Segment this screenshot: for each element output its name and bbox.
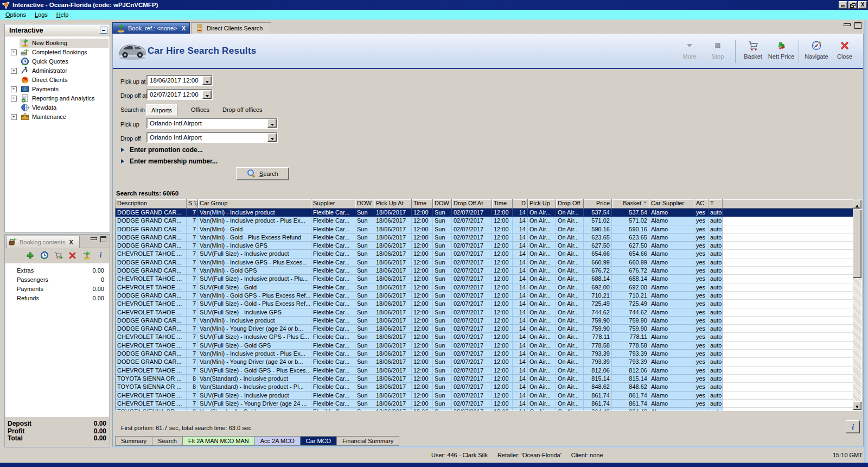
menu-help[interactable]: Help [52, 10, 73, 19]
stop-button[interactable]: Stop [704, 38, 732, 65]
result-row[interactable]: TOYOTA SIENNA OR ...8Van(Standard) - Gol… [116, 408, 853, 411]
column-header-drop-off-at[interactable]: Drop Off At [452, 199, 492, 209]
more-button[interactable]: More [675, 38, 704, 65]
column-header-t[interactable]: T [709, 199, 723, 209]
result-row[interactable]: CHEVROLET TAHOE ...7SUV(Full Size) - Inc… [116, 250, 853, 258]
result-row[interactable]: DODGE GRAND CAR...7Van(Mini) - Inclusive… [116, 209, 853, 217]
nett-price-button[interactable]: Nett Price [767, 38, 795, 65]
result-row[interactable]: TOYOTA SIENNA OR ...8Van(Standard) - Inc… [116, 383, 853, 391]
bottom-tab-search[interactable]: Search [152, 436, 183, 446]
column-header-drop-off[interactable]: Drop Off [556, 199, 584, 209]
tab-close-icon[interactable]: X [182, 25, 186, 31]
dropoff-dropdown-icon[interactable] [267, 133, 277, 142]
membership-number-expander[interactable]: Enter membership number... [121, 157, 218, 165]
scroll-up-icon[interactable] [853, 200, 861, 209]
expand-icon[interactable]: + [11, 86, 17, 92]
menu-options[interactable]: Options [1, 10, 30, 19]
add-icon[interactable] [25, 251, 35, 260]
search-button[interactable]: Search [236, 167, 289, 180]
pickup-at-dropdown-icon[interactable] [202, 76, 212, 85]
column-header-supplier[interactable]: Supplier [311, 199, 355, 209]
sidebar-item-maintenance[interactable]: +Maintenance [5, 112, 110, 122]
tab-book-ref-none-[interactable]: Book. ref.: <none>X [112, 22, 190, 34]
scrollbar-thumb[interactable] [853, 210, 861, 278]
column-header-pick-up-at[interactable]: Pick Up At [374, 199, 412, 209]
menu-logs[interactable]: Logs [30, 10, 52, 19]
result-row[interactable]: DODGE GRAND CAR...7Van(Mini) - Young Dri… [116, 325, 853, 333]
expand-icon[interactable]: + [11, 68, 17, 74]
sidebar-item-new-booking[interactable]: New Booking [5, 39, 110, 48]
quote-icon[interactable] [40, 251, 49, 260]
result-row[interactable]: CHEVROLET TAHOE ...7SUV(Full Size) - Inc… [116, 308, 853, 317]
result-row[interactable]: DODGE GRAND CAR...7Van(Mini) - Young Dri… [116, 358, 853, 366]
sidebar-item-viewdata[interactable]: Viewdata [5, 103, 110, 112]
pickup-at-combo[interactable]: 18/06/2017 12:00 [146, 75, 213, 86]
search-in-tab-drop-off-offices[interactable]: Drop off offices [218, 104, 267, 116]
column-header-car-group[interactable]: Car Group [198, 199, 311, 209]
bottom-tab-acc-a-mco[interactable]: Acc 2A MCO [255, 436, 301, 446]
collapse-panel-button[interactable] [100, 27, 107, 34]
expand-icon[interactable]: + [11, 96, 17, 102]
restore-button[interactable] [848, 1, 857, 9]
column-header-d[interactable]: D [513, 199, 528, 209]
sidebar-item-reporting-and-analytics[interactable]: +Reporting and Analytics [5, 94, 110, 103]
sidebar-item-payments[interactable]: +$Payments [5, 85, 110, 94]
search-in-tab-airports[interactable]: Airports [146, 104, 177, 116]
dropoff-at-dropdown-icon[interactable] [202, 90, 212, 99]
result-row[interactable]: DODGE GRAND CAR...7Van(Mini) - Inclusive… [116, 242, 853, 250]
pickup-dropdown-icon[interactable] [267, 119, 277, 128]
result-row[interactable]: CHEVROLET TAHOE ...7SUV(Full Size) - Gol… [116, 367, 853, 375]
scroll-down-icon[interactable] [853, 401, 861, 410]
close-button[interactable]: X [858, 1, 867, 9]
column-header-car-supplier[interactable]: Car Supplier [649, 199, 694, 209]
result-row[interactable]: DODGE GRAND CAR...7Van(Mini) - Inclusive… [116, 350, 853, 358]
sidebar-item-administrator[interactable]: +Administrator [5, 66, 110, 75]
column-header-pick-up[interactable]: Pick Up [528, 199, 556, 209]
column-header-dow[interactable]: DOW [433, 199, 452, 209]
info-button[interactable]: i [846, 420, 860, 433]
result-row[interactable]: CHEVROLET TAHOE ...7SUV(Full Size) - You… [116, 400, 853, 408]
new-booking-icon[interactable] [82, 251, 91, 260]
close-button[interactable]: Close [831, 38, 859, 65]
add-to-basket-icon[interactable] [54, 251, 63, 260]
dropoff-combo[interactable]: Orlando Intl Airport [146, 132, 278, 143]
basket-button[interactable]: Basket [739, 38, 767, 65]
sidebar-item-direct-clients[interactable]: Direct Clients [5, 75, 110, 85]
result-row[interactable]: DODGE GRAND CAR...7Van(Mini) - Gold GPS … [116, 292, 853, 300]
expand-icon[interactable]: + [11, 49, 17, 55]
bottom-tab-car-mco[interactable]: Car MCO [301, 436, 337, 446]
pickup-combo[interactable]: Orlando Intl Airport [146, 118, 278, 129]
sidebar-item-quick-quotes[interactable]: Quick Quotes [5, 57, 110, 66]
tab-direct-clients-search[interactable]: Direct Clients Search [191, 22, 271, 34]
minimize-button[interactable] [839, 1, 847, 9]
result-row[interactable]: DODGE GRAND CAR...7Van(Mini) - Gold GPSF… [116, 267, 853, 275]
info-icon[interactable]: i [96, 251, 105, 260]
booking-contents-close-icon[interactable]: X [69, 239, 73, 245]
booking-maximize-icon[interactable] [100, 236, 106, 242]
result-row[interactable]: CHEVROLET TAHOE ...7SUV(Full Size) - Gol… [116, 300, 853, 308]
expand-icon[interactable]: + [11, 114, 17, 120]
result-row[interactable]: CHEVROLET TAHOE ...7SUV(Full Size) - Gol… [116, 342, 853, 350]
result-row[interactable]: TOYOTA SIENNA OR ...8Van(Standard) - Inc… [116, 375, 853, 383]
panel-minimize-icon[interactable] [844, 23, 851, 26]
search-in-tab-offices[interactable]: Offices [186, 104, 214, 116]
result-row[interactable]: CHEVROLET TAHOE ...7SUV(Full Size) - Inc… [116, 333, 853, 341]
column-header-time[interactable]: Time [412, 199, 433, 209]
bottom-tab-financial-summary[interactable]: Financial Summary [337, 436, 399, 446]
column-header-price[interactable]: Price [584, 199, 612, 209]
bottom-tab-flt-a-man-mco-man[interactable]: Flt 2A MAN MCO MAN [183, 436, 255, 446]
bottom-tab-summary[interactable]: Summary [115, 436, 152, 446]
column-header-basket[interactable]: Basket [612, 199, 649, 209]
column-header-dow[interactable]: DOW [355, 199, 374, 209]
navigate-button[interactable]: Navigate [802, 38, 831, 65]
column-header-s[interactable]: S [187, 199, 198, 209]
result-row[interactable]: DODGE GRAND CAR...7Van(Mini) - GoldFlexi… [116, 225, 853, 234]
booking-contents-tab[interactable]: Booking contents X [6, 236, 80, 248]
result-row[interactable]: DODGE GRAND CAR...7Van(Mini) - Inclusive… [116, 258, 853, 267]
promotion-code-expander[interactable]: Enter promotion code... [121, 146, 203, 154]
delete-icon[interactable] [68, 251, 77, 260]
result-row[interactable]: DODGE GRAND CAR...7Van(Mini) - Gold - Pl… [116, 234, 853, 242]
dropoff-at-combo[interactable]: 02/07/2017 12:00 [146, 89, 213, 100]
panel-maximize-icon[interactable] [854, 22, 861, 29]
booking-minimize-icon[interactable] [91, 237, 97, 240]
